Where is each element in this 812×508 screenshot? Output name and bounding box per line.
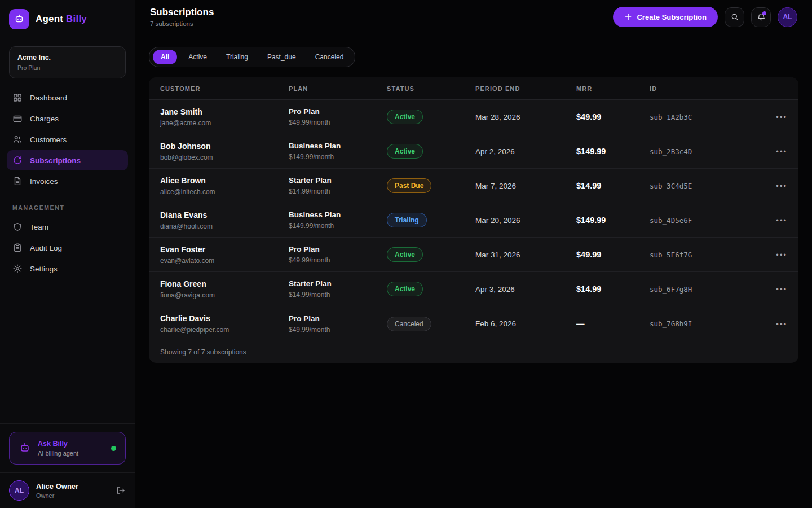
org-card[interactable]: Acme Inc. Pro Plan	[9, 46, 126, 78]
mrr-value: $14.99	[576, 284, 650, 294]
plan-cell: Pro Plan $49.99/month	[289, 314, 387, 334]
plan-price: $149.99/month	[289, 222, 387, 230]
brand-logo: Agent Billy	[0, 0, 135, 38]
status-badge: Trialing	[387, 213, 427, 227]
row-actions-button[interactable]: •••	[776, 216, 787, 225]
sidebar-item-customers[interactable]: Customers	[7, 129, 128, 150]
robot-logo-icon	[9, 9, 29, 29]
actions-cell: •••	[750, 112, 787, 122]
dashboard-icon	[12, 93, 23, 103]
notification-dot	[762, 11, 766, 15]
plan-cell: Business Plan $149.99/month	[289, 142, 387, 161]
column-header-plan: PLAN	[289, 85, 387, 92]
table-row[interactable]: Evan Foster evan@aviato.com Pro Plan $49…	[149, 238, 798, 272]
status-cell: Active	[387, 144, 475, 159]
assistant-subtitle: AI billing agent	[38, 450, 78, 457]
avatar[interactable]: AL	[778, 7, 797, 27]
period-end: Mar 7, 2026	[475, 182, 576, 190]
row-actions-button[interactable]: •••	[776, 320, 787, 329]
mrr-value: $49.99	[576, 112, 650, 121]
tab-active[interactable]: Active	[180, 50, 215, 64]
sidebar-item-dashboard[interactable]: Dashboard	[7, 87, 128, 108]
tab-trialing[interactable]: Trialing	[218, 50, 256, 64]
customer-cell: Charlie Davis charlie@piedpiper.com	[160, 314, 289, 334]
content: All Active Trialing Past_due Canceled CU…	[135, 34, 812, 375]
sidebar-item-settings[interactable]: Settings	[7, 259, 128, 279]
plan-name: Pro Plan	[289, 314, 387, 323]
row-actions-button[interactable]: •••	[776, 182, 787, 190]
plan-cell: Pro Plan $49.99/month	[289, 107, 387, 126]
mrr-value: $14.99	[576, 181, 650, 190]
sidebar-item-invoices[interactable]: Invoices	[7, 171, 128, 191]
sidebar-item-charges[interactable]: Charges	[7, 108, 128, 129]
table-row[interactable]: Fiona Green fiona@raviga.com Starter Pla…	[149, 272, 798, 306]
status-cell: Past Due	[387, 178, 475, 193]
column-header-mrr: MRR	[576, 85, 650, 92]
status-badge: Canceled	[387, 317, 431, 331]
period-end: Mar 28, 2026	[475, 113, 576, 121]
table-row[interactable]: Charlie Davis charlie@piedpiper.com Pro …	[149, 306, 798, 341]
customer-name: Evan Foster	[160, 245, 289, 254]
tab-canceled[interactable]: Canceled	[307, 50, 352, 64]
customer-cell: Jane Smith jane@acme.com	[160, 107, 289, 127]
customer-cell: Evan Foster evan@aviato.com	[160, 245, 289, 265]
table-footer: Showing 7 of 7 subscriptions	[149, 341, 798, 363]
customer-email: bob@globex.com	[160, 154, 289, 161]
subscription-id: sub_6F7g8H	[650, 285, 750, 294]
tab-all[interactable]: All	[153, 50, 177, 64]
user-name: Alice Owner	[36, 482, 78, 491]
customer-cell: Alice Brown alice@initech.com	[160, 176, 289, 196]
subscription-id: sub_5E6f7G	[650, 251, 750, 259]
plan-cell: Starter Plan $14.99/month	[289, 279, 387, 299]
sidebar-item-label: Audit Log	[30, 244, 62, 252]
row-actions-button[interactable]: •••	[776, 285, 787, 294]
org-name: Acme Inc.	[17, 54, 117, 62]
period-end: Apr 3, 2026	[475, 285, 576, 294]
sidebar-item-team[interactable]: Team	[7, 217, 128, 237]
column-header-id: ID	[650, 85, 750, 92]
plan-cell: Pro Plan $49.99/month	[289, 245, 387, 264]
page-subtitle: 7 subscriptions	[150, 20, 214, 27]
table-row[interactable]: Alice Brown alice@initech.com Starter Pl…	[149, 169, 798, 203]
management-section-label: MANAGEMENT	[0, 192, 135, 217]
notifications-button[interactable]	[751, 7, 771, 27]
row-actions-button[interactable]: •••	[776, 147, 787, 156]
credit-card-icon	[12, 113, 23, 124]
search-button[interactable]	[725, 7, 744, 27]
customer-cell: Diana Evans diana@hooli.com	[160, 211, 289, 230]
status-cell: Canceled	[387, 317, 475, 331]
plan-name: Pro Plan	[289, 107, 387, 116]
sidebar-spacer	[0, 279, 135, 423]
actions-cell: •••	[750, 319, 787, 329]
table-row[interactable]: Bob Johnson bob@globex.com Business Plan…	[149, 134, 798, 169]
avatar[interactable]: AL	[9, 480, 29, 501]
sidebar-item-subscriptions[interactable]: Subscriptions	[7, 150, 128, 170]
plan-price: $49.99/month	[289, 326, 387, 334]
sidebar-nav: Dashboard Charges Customers	[0, 82, 135, 192]
create-subscription-button[interactable]: Create Subscription	[613, 7, 718, 27]
customer-name: Fiona Green	[160, 279, 289, 288]
customer-name: Jane Smith	[160, 107, 289, 116]
gear-icon	[12, 264, 23, 274]
subscription-id: sub_7G8h9I	[650, 319, 750, 328]
plan-price: $49.99/month	[289, 119, 387, 126]
customer-email: diana@hooli.com	[160, 222, 289, 230]
invoice-icon	[12, 176, 23, 186]
row-actions-button[interactable]: •••	[776, 113, 787, 121]
plan-name: Business Plan	[289, 142, 387, 150]
assistant-title: Ask Billy	[38, 440, 78, 448]
users-icon	[12, 134, 23, 144]
sidebar-item-audit-log[interactable]: Audit Log	[7, 238, 128, 258]
row-actions-button[interactable]: •••	[776, 251, 787, 259]
period-end: Feb 6, 2026	[475, 319, 576, 328]
customer-name: Diana Evans	[160, 211, 289, 220]
table-row[interactable]: Diana Evans diana@hooli.com Business Pla…	[149, 203, 798, 238]
status-badge: Active	[387, 144, 423, 159]
table-row[interactable]: Jane Smith jane@acme.com Pro Plan $49.99…	[149, 100, 798, 134]
customer-name: Alice Brown	[160, 176, 289, 185]
ask-billy-card[interactable]: Ask Billy AI billing agent	[9, 432, 126, 465]
mrr-value: $49.99	[576, 250, 650, 259]
tab-past-due[interactable]: Past_due	[259, 50, 304, 64]
column-header-status: STATUS	[387, 85, 475, 92]
logout-icon[interactable]	[116, 485, 126, 496]
